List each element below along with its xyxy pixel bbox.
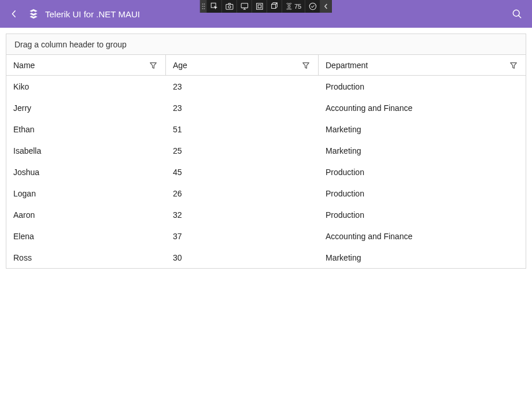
debug-box-icon[interactable] — [252, 0, 267, 13]
debug-3d-icon[interactable] — [267, 0, 282, 13]
search-button[interactable] — [509, 6, 525, 22]
svg-point-0 — [202, 3, 203, 5]
page-content: Drag a column header to group Name Age D… — [0, 28, 532, 274]
debug-fps-value: 75 — [294, 3, 301, 10]
svg-point-3 — [204, 6, 205, 7]
debug-select-element-icon[interactable] — [207, 0, 222, 13]
svg-point-8 — [228, 6, 230, 8]
svg-point-1 — [204, 3, 205, 5]
cell-age: 26 — [166, 189, 319, 198]
cell-age: 32 — [166, 210, 319, 220]
svg-point-4 — [202, 8, 203, 9]
cell-age: 45 — [166, 168, 319, 177]
back-button[interactable] — [7, 7, 21, 21]
cell-age: 30 — [166, 253, 319, 262]
table-row[interactable]: Aaron32Production — [6, 204, 526, 225]
cell-department: Marketing — [319, 125, 526, 134]
cell-name: Ethan — [6, 125, 166, 134]
svg-rect-11 — [258, 5, 261, 8]
cell-name: Joshua — [6, 168, 166, 177]
cell-age: 51 — [166, 125, 319, 134]
column-header-label: Age — [173, 61, 187, 70]
table-row[interactable]: Jerry23Accounting and Finance — [6, 97, 526, 118]
table-row[interactable]: Isabella25Marketing — [6, 140, 526, 161]
cell-department: Production — [319, 210, 526, 220]
grid-header-row: Name Age Department — [6, 55, 526, 76]
debug-toolbar: 75 — [200, 0, 332, 13]
svg-point-14 — [309, 3, 316, 9]
svg-rect-9 — [241, 3, 247, 8]
column-header-department[interactable]: Department — [319, 55, 526, 75]
data-grid: Drag a column header to group Name Age D… — [6, 34, 526, 269]
column-header-label: Name — [13, 61, 35, 70]
cell-name: Logan — [6, 189, 166, 198]
cell-department: Production — [319, 168, 526, 177]
telerik-logo-icon — [27, 7, 40, 21]
cell-department: Marketing — [319, 253, 526, 262]
grid-body: Kiko23ProductionJerry23Accounting and Fi… — [6, 76, 526, 268]
table-row[interactable]: Ethan51Marketing — [6, 118, 526, 140]
cell-age: 25 — [166, 146, 319, 155]
cell-name: Elena — [6, 232, 166, 241]
debug-display-icon[interactable] — [237, 0, 252, 13]
debug-check-icon[interactable] — [305, 0, 320, 13]
cell-name: Kiko — [6, 82, 166, 91]
group-drop-panel[interactable]: Drag a column header to group — [6, 34, 526, 55]
cell-age: 37 — [166, 232, 319, 241]
column-header-label: Department — [326, 61, 368, 70]
debug-fps-counter[interactable]: 75 — [282, 0, 305, 13]
svg-point-2 — [202, 6, 203, 7]
cell-department: Production — [319, 189, 526, 198]
table-row[interactable]: Ross30Marketing — [6, 247, 526, 268]
table-row[interactable]: Kiko23Production — [6, 76, 526, 97]
svg-point-13 — [288, 5, 290, 8]
debug-toolbar-drag-handle[interactable] — [200, 0, 207, 13]
group-drop-hint: Drag a column header to group — [14, 40, 127, 49]
svg-rect-12 — [271, 5, 275, 9]
svg-point-5 — [204, 8, 205, 9]
table-row[interactable]: Joshua45Production — [6, 161, 526, 183]
column-header-name[interactable]: Name — [6, 55, 166, 75]
cell-department: Production — [319, 82, 526, 91]
cell-age: 23 — [166, 103, 319, 113]
svg-rect-7 — [226, 5, 232, 10]
cell-name: Ross — [6, 253, 166, 262]
cell-department: Accounting and Finance — [319, 232, 526, 241]
filter-icon[interactable] — [148, 60, 158, 70]
cell-age: 23 — [166, 82, 319, 91]
cell-name: Isabella — [6, 146, 166, 155]
filter-icon[interactable] — [508, 60, 519, 70]
cell-name: Jerry — [6, 103, 166, 113]
app-title: Telerik UI for .NET MAUI — [45, 9, 140, 19]
debug-toolbar-collapse[interactable] — [320, 0, 332, 13]
cell-department: Marketing — [319, 146, 526, 155]
table-row[interactable]: Logan26Production — [6, 183, 526, 204]
debug-screenshot-icon[interactable] — [222, 0, 237, 13]
cell-department: Accounting and Finance — [319, 103, 526, 113]
cell-name: Aaron — [6, 210, 166, 220]
table-row[interactable]: Elena37Accounting and Finance — [6, 225, 526, 247]
filter-icon[interactable] — [301, 60, 311, 70]
svg-rect-10 — [256, 3, 263, 10]
column-header-age[interactable]: Age — [166, 55, 319, 75]
